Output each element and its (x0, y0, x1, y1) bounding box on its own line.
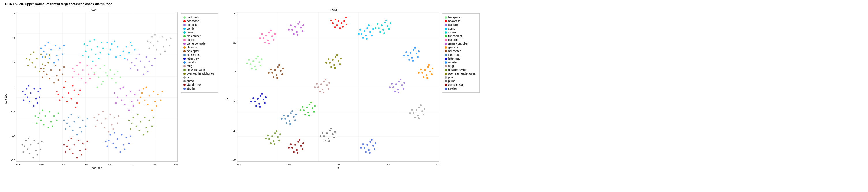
svg-point-562 (362, 143, 364, 145)
svg-point-165 (73, 121, 75, 123)
svg-point-342 (378, 27, 380, 29)
svg-point-554 (302, 143, 304, 144)
svg-point-203 (62, 53, 63, 55)
svg-point-116 (95, 65, 97, 67)
svg-point-410 (418, 50, 420, 52)
svg-point-170 (80, 127, 81, 128)
legend2-item-pen: pen (445, 76, 477, 79)
svg-point-377 (268, 32, 270, 33)
svg-point-134 (123, 87, 124, 88)
svg-point-191 (39, 88, 41, 89)
svg-point-192 (22, 91, 24, 92)
legend2-item-standmixer: stand mixer (445, 83, 477, 86)
legend-color-purse (183, 80, 186, 82)
svg-point-341 (384, 22, 385, 23)
svg-point-25 (104, 65, 105, 67)
svg-point-194 (28, 85, 29, 87)
svg-point-166 (69, 125, 71, 127)
svg-point-390 (250, 63, 251, 65)
svg-point-505 (289, 123, 291, 125)
svg-point-100 (52, 125, 53, 127)
svg-point-294 (65, 151, 66, 153)
svg-point-300 (117, 139, 118, 140)
svg-point-473 (260, 95, 261, 97)
svg-point-343 (387, 25, 389, 27)
svg-point-340 (381, 25, 383, 26)
svg-point-195 (51, 49, 52, 51)
svg-point-118 (85, 82, 87, 84)
svg-point-30 (68, 92, 69, 94)
svg-point-439 (280, 70, 282, 72)
svg-point-259 (150, 42, 152, 43)
svg-point-347 (388, 28, 390, 30)
svg-point-387 (259, 37, 261, 39)
svg-point-167 (78, 117, 80, 118)
legend-color-carjack (183, 24, 186, 26)
svg-point-404 (411, 57, 413, 59)
svg-point-94 (37, 117, 39, 118)
svg-point-400 (410, 52, 411, 53)
svg-point-231 (149, 120, 150, 121)
svg-point-211 (101, 123, 102, 124)
svg-point-520 (415, 109, 417, 111)
svg-point-224 (102, 111, 104, 113)
svg-point-35 (71, 98, 72, 100)
svg-point-247 (30, 53, 32, 55)
svg-point-121 (121, 100, 123, 101)
svg-point-71 (124, 58, 126, 59)
svg-point-369 (299, 21, 300, 23)
svg-point-536 (328, 138, 329, 139)
svg-point-408 (408, 59, 410, 61)
svg-point-482 (265, 97, 267, 98)
svg-point-173 (85, 125, 87, 127)
svg-point-237 (128, 120, 130, 121)
legend-item-monitor: monitor (183, 61, 216, 64)
legend-item-lettertray: letter tray (183, 57, 216, 60)
svg-point-517 (274, 143, 275, 145)
svg-point-468 (319, 91, 320, 92)
svg-point-38 (76, 103, 78, 104)
svg-point-83 (102, 48, 104, 49)
svg-point-290 (80, 150, 81, 151)
svg-point-313 (120, 151, 121, 153)
svg-point-145 (156, 105, 157, 107)
svg-point-522 (413, 112, 414, 114)
svg-point-497 (290, 112, 292, 114)
svg-point-181 (27, 97, 28, 98)
svg-point-550 (290, 143, 292, 145)
svg-point-375 (288, 29, 290, 31)
svg-point-221 (118, 115, 120, 117)
svg-point-91 (40, 120, 42, 121)
svg-point-471 (314, 86, 316, 88)
svg-point-429 (336, 54, 338, 56)
svg-point-548 (296, 149, 298, 151)
svg-point-163 (53, 82, 55, 84)
svg-point-104 (42, 110, 43, 111)
svg-point-493 (308, 115, 310, 116)
svg-point-372 (293, 33, 294, 35)
svg-point-82 (84, 43, 85, 45)
svg-point-351 (375, 27, 376, 29)
svg-point-187 (26, 88, 27, 89)
svg-point-498 (284, 118, 286, 120)
svg-point-496 (287, 115, 289, 117)
svg-point-47 (146, 56, 147, 58)
svg-point-567 (360, 147, 362, 149)
svg-point-350 (390, 23, 391, 24)
svg-point-122 (130, 91, 131, 92)
svg-point-256 (153, 45, 154, 46)
svg-point-560 (368, 149, 370, 151)
svg-point-413 (427, 66, 429, 68)
svg-point-190 (37, 103, 38, 104)
svg-point-63 (120, 55, 121, 56)
svg-point-312 (105, 141, 107, 142)
svg-point-467 (328, 88, 329, 89)
svg-point-409 (412, 60, 414, 62)
svg-point-359 (371, 35, 373, 36)
svg-point-151 (46, 74, 48, 75)
svg-point-269 (154, 34, 156, 36)
svg-point-182 (34, 88, 35, 89)
svg-point-547 (300, 145, 302, 147)
svg-point-368 (296, 31, 298, 33)
svg-point-494 (314, 105, 316, 107)
